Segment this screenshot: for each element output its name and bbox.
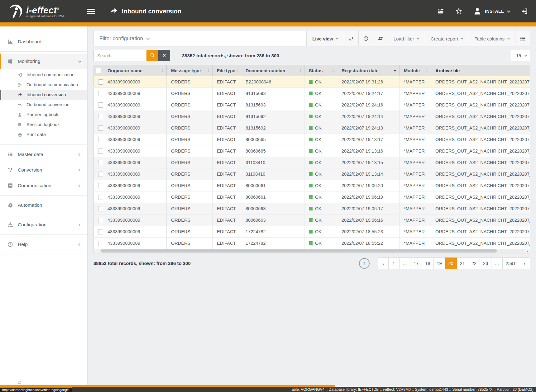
- menu-icon[interactable]: [86, 6, 96, 17]
- cell-row-checkbox[interactable]: [94, 134, 103, 145]
- column-header-document-number[interactable]: Document number▲▼: [241, 65, 304, 76]
- scroll-right-arrow-icon[interactable]: ›: [525, 249, 530, 253]
- row-checkbox[interactable]: [98, 183, 103, 188]
- sidebar-item-configuration[interactable]: Configuration: [0, 217, 87, 233]
- page-button-22[interactable]: 22: [468, 257, 480, 269]
- sidebar-item-outbound-communication[interactable]: Outbound communication: [0, 80, 87, 90]
- row-checkbox[interactable]: [98, 172, 103, 177]
- scrollbar-thumb[interactable]: [101, 249, 497, 253]
- search-input[interactable]: [93, 50, 146, 61]
- clear-search-button[interactable]: [158, 50, 170, 61]
- cell-row-checkbox[interactable]: [94, 122, 103, 134]
- sidebar-item-monitoring[interactable]: Monitoring: [0, 54, 87, 69]
- table-columns-dropdown[interactable]: Table columns: [469, 31, 515, 46]
- table-row[interactable]: 4333990000009ORDERSEDIFACT80060665OK2022…: [94, 134, 530, 145]
- sidebar-item-help[interactable]: ?Help: [0, 237, 87, 252]
- page-button-19[interactable]: 19: [434, 257, 445, 269]
- table-row[interactable]: 4333990000009ORDERSEDIFACT81315692OK2022…: [94, 122, 530, 134]
- filter-configuration-dropdown[interactable]: Filter configuration: [94, 31, 149, 46]
- page-button-23[interactable]: 23: [480, 257, 491, 269]
- page-button-1[interactable]: 1: [389, 257, 400, 269]
- row-checkbox[interactable]: [98, 218, 103, 223]
- list-view-button[interactable]: [515, 31, 530, 46]
- column-header-message-type[interactable]: Message type▲▼: [167, 65, 213, 76]
- cell-row-checkbox[interactable]: [94, 76, 103, 88]
- history-button[interactable]: [358, 31, 373, 46]
- auto-refresh-button[interactable]: [373, 31, 388, 46]
- live-view-dropdown[interactable]: Live view: [306, 31, 344, 46]
- cell-row-checkbox[interactable]: [94, 180, 103, 191]
- select-all-checkbox[interactable]: [96, 68, 101, 73]
- logout-icon[interactable]: [521, 8, 528, 15]
- server-log-icon[interactable]: [437, 8, 444, 15]
- cell-row-checkbox[interactable]: [94, 99, 103, 111]
- page-button-21[interactable]: 21: [457, 257, 468, 269]
- row-checkbox[interactable]: [98, 125, 103, 131]
- scroll-left-arrow-icon[interactable]: ‹: [94, 249, 99, 253]
- sidebar-item-dashboard[interactable]: Dashboard: [0, 34, 87, 50]
- column-header-registration-date[interactable]: Registration date▼: [337, 65, 400, 76]
- row-checkbox[interactable]: [98, 79, 103, 85]
- sidebar-item-session-logbook[interactable]: Session logbook: [0, 120, 87, 130]
- create-report-dropdown[interactable]: Create report: [425, 31, 469, 46]
- row-checkbox[interactable]: [98, 91, 103, 96]
- refresh-button[interactable]: [344, 31, 358, 46]
- page-size-select[interactable]: 15: [511, 50, 530, 61]
- row-checkbox[interactable]: [98, 102, 103, 108]
- cell-row-checkbox[interactable]: [94, 226, 103, 238]
- cell-row-checkbox[interactable]: [94, 111, 103, 122]
- cell-row-checkbox[interactable]: [94, 203, 103, 215]
- row-checkbox[interactable]: [98, 241, 103, 246]
- table-row[interactable]: 4333990000009ORDERSEDIFACT80060661OK2022…: [94, 180, 530, 191]
- cell-row-checkbox[interactable]: [94, 145, 103, 157]
- cell-row-checkbox[interactable]: [94, 157, 103, 168]
- sidebar-item-conversion[interactable]: Conversion: [0, 162, 87, 178]
- table-row[interactable]: 4333990000009ORDERSEDIFACT80060663OK2022…: [94, 203, 530, 215]
- table-row[interactable]: 4333990000009ORDERSEDIFACT80060665OK2022…: [94, 145, 530, 157]
- scroll-to-top-button[interactable]: ↑: [359, 258, 370, 269]
- next-page-button[interactable]: ›: [519, 257, 530, 269]
- search-button[interactable]: [146, 50, 158, 61]
- page-button-18[interactable]: 18: [422, 257, 433, 269]
- cell-row-checkbox[interactable]: [94, 168, 103, 180]
- row-checkbox[interactable]: [98, 149, 103, 154]
- select-all-checkbox-cell[interactable]: [94, 65, 103, 76]
- page-button-20[interactable]: 20: [445, 257, 457, 269]
- sidebar-item-inbound-communication[interactable]: Inbound communication: [0, 70, 87, 80]
- table-row[interactable]: 4333990000009ORDERSEDIFACT81315693OK2022…: [94, 88, 530, 99]
- cell-row-checkbox[interactable]: [94, 191, 103, 203]
- page-button-17[interactable]: 17: [410, 257, 422, 269]
- sidebar-item-communication[interactable]: Communication: [0, 178, 87, 193]
- cell-row-checkbox[interactable]: [94, 215, 103, 226]
- column-header-module[interactable]: Module▲▼: [400, 65, 431, 76]
- column-header-originator-name[interactable]: Originator name▲▼: [103, 65, 167, 76]
- horizontal-scrollbar[interactable]: ‹ ›: [93, 249, 530, 253]
- sidebar-item-master-data[interactable]: Master data: [0, 147, 87, 162]
- row-checkbox[interactable]: [98, 137, 103, 142]
- user-menu[interactable]: INSTALL: [473, 7, 510, 15]
- page-button-2591[interactable]: 2591: [503, 257, 519, 269]
- table-row[interactable]: 4333990000009ORDERSEDIFACT17224782OK2022…: [94, 226, 530, 238]
- table-row[interactable]: 4333990000009ORDERSEDIFACT80060661OK2022…: [94, 191, 530, 203]
- sidebar-item-automation[interactable]: Automation: [0, 197, 87, 213]
- column-header-file-type[interactable]: File type▲▼: [213, 65, 241, 76]
- row-checkbox[interactable]: [98, 195, 103, 200]
- table-row[interactable]: 4333990000009ORDERSEDIFACT81315693OK2022…: [94, 99, 530, 111]
- table-row[interactable]: 4333990000009ORDERSEDIFACT81315692OK2022…: [94, 111, 530, 122]
- brand-logo[interactable]: i-effect® integrated solutions for IBM i: [8, 4, 65, 19]
- cell-row-checkbox[interactable]: [94, 88, 103, 99]
- table-row[interactable]: 4333990000009ORDERSEDIFACT17224782OK2022…: [94, 238, 530, 249]
- table-row[interactable]: 4333990000009ORDERSEDIFACTB220008046OK20…: [94, 76, 530, 88]
- table-row[interactable]: 4333990000009ORDERSEDIFACT80060663OK2022…: [94, 215, 530, 226]
- scrollbar-track[interactable]: [99, 249, 525, 253]
- load-filter-dropdown[interactable]: Load filter: [388, 31, 425, 46]
- row-checkbox[interactable]: [98, 160, 103, 165]
- sidebar-item-print-data[interactable]: Print data: [0, 130, 87, 139]
- table-row[interactable]: 4333990000009ORDERSEDIFACT31108410OK2022…: [94, 168, 530, 180]
- row-checkbox[interactable]: [98, 206, 103, 211]
- cell-row-checkbox[interactable]: [94, 238, 103, 249]
- sidebar-item-outbound-conversion[interactable]: Outbound conversion: [0, 100, 87, 110]
- table-row[interactable]: 4333990000009ORDERSEDIFACT31108410OK2022…: [94, 157, 530, 168]
- sidebar-item-partner-logbook[interactable]: Partner logbook: [0, 110, 87, 120]
- row-checkbox[interactable]: [98, 114, 103, 119]
